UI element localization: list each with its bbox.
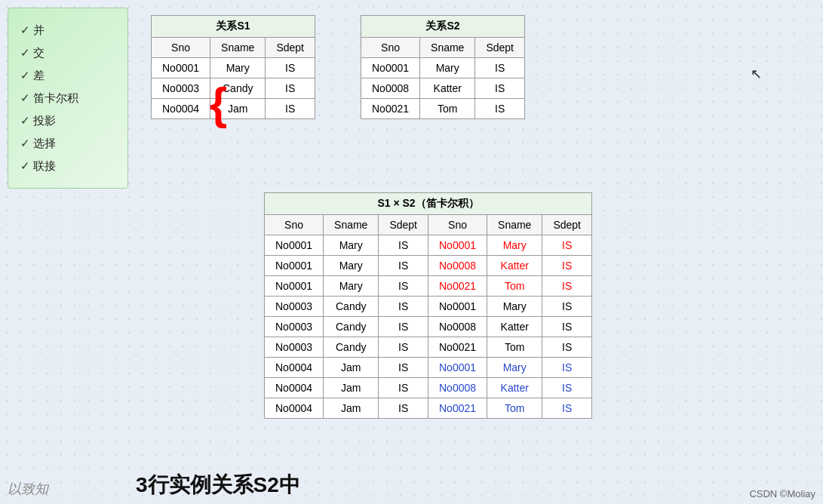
cartesian-table: S1 × S2（笛卡尔积） SnoSnameSdeptSnoSnameSdept… (264, 192, 592, 419)
csdn-label: CSDN ©Moliay (749, 488, 815, 499)
sidebar-item: 联接 (20, 155, 115, 177)
sidebar-item: 投影 (20, 109, 115, 132)
sidebar: 并交差笛卡尔积投影选择联接 (8, 8, 128, 189)
s2-title: 关系S2 (361, 15, 525, 37)
s1-title: 关系S1 (151, 15, 315, 37)
table-s1: 关系S1 SnoSnameSdept No0001MaryISNo0003Can… (151, 15, 315, 119)
brace-decoration: } (210, 81, 227, 127)
cursor-icon: ↖ (751, 66, 762, 82)
sidebar-item: 交 (20, 41, 115, 64)
sidebar-item: 笛卡尔积 (20, 87, 115, 109)
cartesian-title: S1 × S2（笛卡尔积） (264, 192, 592, 214)
watermark: 以致知 (8, 480, 48, 498)
sidebar-item: 差 (20, 64, 115, 87)
sidebar-item: 选择 (20, 132, 115, 155)
sidebar-item: 并 (20, 19, 115, 41)
table-s2: 关系S2 SnoSnameSdept No0001MaryISNo0008Kat… (361, 15, 525, 119)
bottom-text: 3行实例关系S2中 (136, 471, 300, 499)
top-tables: 关系S1 SnoSnameSdept No0001MaryISNo0003Can… (151, 15, 525, 119)
